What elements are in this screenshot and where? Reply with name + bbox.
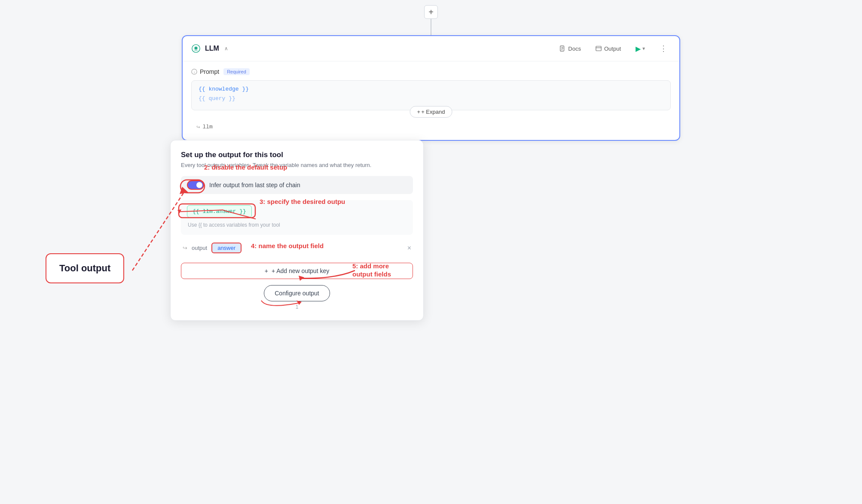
llm-header-right: Docs Output ▶ ▾ ⋮ [556, 42, 671, 55]
prompt-var-query: {{ query }} [199, 95, 235, 102]
step1-label: 1 [296, 304, 299, 310]
more-options-button[interactable]: ⋮ [656, 42, 671, 55]
svg-text:i: i [194, 70, 195, 74]
output-var-display[interactable]: {{ llm.answer }} [187, 205, 252, 218]
output-prefix: output [192, 245, 207, 251]
add-output-label: + Add new output key [272, 267, 329, 274]
play-icon: ▶ [636, 45, 641, 53]
chevron-up-icon[interactable]: ∧ [224, 46, 228, 52]
hint-text: Use {{ to access variables from your too… [187, 220, 407, 230]
expand-icon: + [417, 109, 421, 115]
infer-toggle-row: Infer output from last step of chain [181, 176, 413, 194]
prompt-label-row: i Prompt Required [191, 68, 671, 75]
infer-label: Infer output from last step of chain [209, 182, 300, 188]
info-icon: i [191, 69, 197, 75]
required-badge: Required [223, 68, 250, 75]
add-output-icon: + [265, 267, 268, 274]
panel-subtitle: Every tool outputs variables. Tweak the … [181, 162, 413, 168]
llm-card-body: i Prompt Required {{ knowledge }} {{ que… [183, 61, 679, 140]
output-field-row: {{ llm.answer }} Use {{ to access variab… [181, 200, 413, 235]
return-arrow-icon: ↪ [196, 123, 200, 131]
output-name-badge[interactable]: answer [211, 243, 241, 253]
llm-tag-row: ↪ llm [191, 121, 671, 133]
expand-button[interactable]: + + Expand [410, 106, 452, 118]
more-icon: ⋮ [660, 44, 667, 53]
add-output-key-button[interactable]: + + Add new output key [181, 263, 413, 279]
panel-title: Set up the output for this tool [181, 151, 413, 159]
prompt-var-knowledge: {{ knowledge }} [199, 86, 663, 92]
tool-output-box[interactable]: Tool output [46, 253, 124, 283]
llm-tag-label: llm [202, 124, 212, 130]
tool-output-label: Tool output [59, 263, 110, 273]
prompt-editor[interactable]: {{ knowledge }} {{ query }} + + Expand [191, 80, 671, 110]
output-close-button[interactable]: × [407, 244, 411, 252]
output-icon [596, 46, 602, 52]
configure-output-button[interactable]: Configure output [264, 285, 330, 301]
run-dropdown-icon[interactable]: ▾ [642, 46, 645, 52]
docs-label: Docs [568, 46, 581, 52]
openai-icon [191, 44, 201, 53]
configure-btn-row: Configure output 1 [181, 285, 413, 310]
svg-point-1 [195, 47, 197, 49]
llm-header-left: LLM ∧ [191, 44, 228, 53]
docs-button[interactable]: Docs [556, 44, 584, 54]
output-arrow-icon: ↪ [183, 245, 187, 251]
svg-rect-6 [596, 46, 601, 51]
expand-label: + Expand [421, 109, 445, 115]
run-button[interactable]: ▶ ▾ [632, 43, 648, 55]
configure-output-label: Configure output [275, 290, 319, 297]
docs-icon [559, 46, 565, 52]
infer-toggle[interactable] [187, 180, 204, 190]
plus-icon: + [428, 7, 434, 17]
canvas: + LLM ∧ [0, 0, 862, 504]
prompt-label: i Prompt [191, 68, 219, 75]
llm-card: LLM ∧ Docs [182, 35, 680, 141]
toggle-knob [196, 182, 202, 188]
llm-title: LLM [205, 45, 219, 52]
output-button[interactable]: Output [592, 44, 624, 54]
add-node-button[interactable]: + [424, 5, 438, 19]
output-key-row: ↪ output answer × [181, 239, 413, 257]
output-label: Output [604, 46, 621, 52]
output-panel: Set up the output for this tool Every to… [170, 140, 424, 321]
llm-card-header: LLM ∧ Docs [183, 36, 679, 61]
